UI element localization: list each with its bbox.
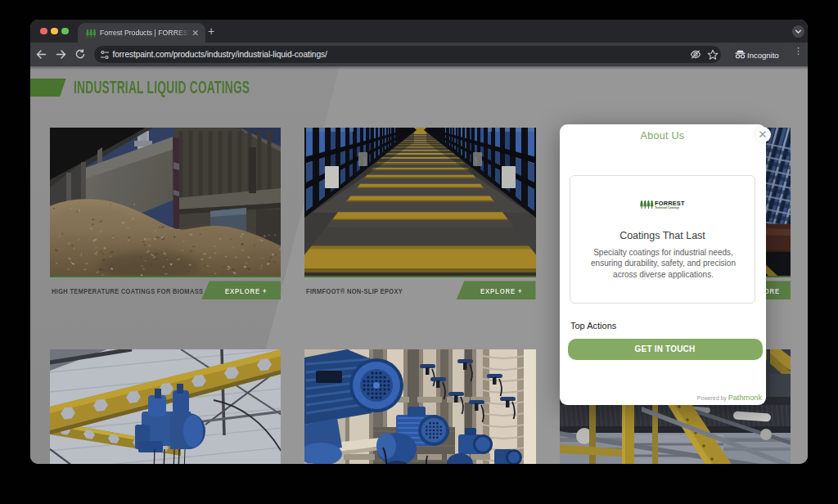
svg-text:Technical Coatings: Technical Coatings [655, 206, 679, 209]
